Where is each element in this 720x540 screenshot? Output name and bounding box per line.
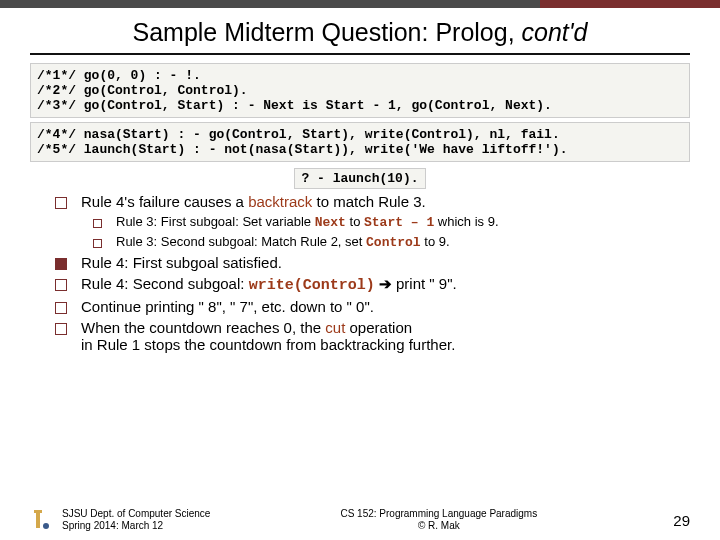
query-box: ? - launch(10). <box>294 168 425 189</box>
bar-gray <box>0 0 540 8</box>
svg-point-2 <box>43 523 49 529</box>
bullet-3: Rule 4: Second subgoal: write(Control) ➔… <box>55 275 680 294</box>
bullet-4: Continue printing " 8", " 7", etc. down … <box>55 298 680 315</box>
sub-2: Rule 3: Second subgoal: Match Rule 2, se… <box>93 234 680 250</box>
sub-bullets: Rule 3: First subgoal: Set variable Next… <box>93 214 680 250</box>
header-bars <box>0 0 720 8</box>
bullet-open-icon <box>55 323 67 335</box>
sjsu-logo-icon <box>30 508 54 532</box>
footer: SJSU Dept. of Computer Science Spring 20… <box>0 508 720 532</box>
bullet-2-text: Rule 4: First subgoal satisfied. <box>81 254 282 271</box>
content-area: Rule 4's failure causes a backtrack to m… <box>55 193 680 353</box>
bullet-2: Rule 4: First subgoal satisfied. <box>55 254 680 271</box>
bullet-1-text: Rule 4's failure causes a backtrack to m… <box>81 193 426 210</box>
bullet-open-small-icon <box>93 219 102 228</box>
code-block-2: /*4*/ nasa(Start) : - go(Control, Start)… <box>30 122 690 162</box>
svg-rect-1 <box>34 510 42 513</box>
bar-maroon <box>540 0 720 8</box>
bullet-1: Rule 4's failure causes a backtrack to m… <box>55 193 680 210</box>
bullet-open-icon <box>55 197 67 209</box>
page-number: 29 <box>564 512 690 529</box>
svg-rect-0 <box>36 512 40 528</box>
title-rule <box>30 53 690 55</box>
bullet-open-icon <box>55 279 67 291</box>
code-block-1: /*1*/ go(0, 0) : - !. /*2*/ go(Control, … <box>30 63 690 118</box>
bullet-filled-icon <box>55 258 67 270</box>
bullet-5-text: When the countdown reaches 0, the cut op… <box>81 319 455 353</box>
bullet-5: When the countdown reaches 0, the cut op… <box>55 319 680 353</box>
title-main: Sample Midterm Question: Prolog, <box>133 18 522 46</box>
bullet-open-small-icon <box>93 239 102 248</box>
query-row: ? - launch(10). <box>0 168 720 189</box>
footer-mid: CS 152: Programming Language Paradigms ©… <box>313 508 564 532</box>
title-cont: cont'd <box>522 18 588 46</box>
slide-title: Sample Midterm Question: Prolog, cont'd <box>0 18 720 47</box>
footer-left: SJSU Dept. of Computer Science Spring 20… <box>62 508 313 532</box>
bullet-open-icon <box>55 302 67 314</box>
sub-1: Rule 3: First subgoal: Set variable Next… <box>93 214 680 230</box>
bullet-4-text: Continue printing " 8", " 7", etc. down … <box>81 298 374 315</box>
bullet-3-text: Rule 4: Second subgoal: write(Control) ➔… <box>81 275 457 294</box>
